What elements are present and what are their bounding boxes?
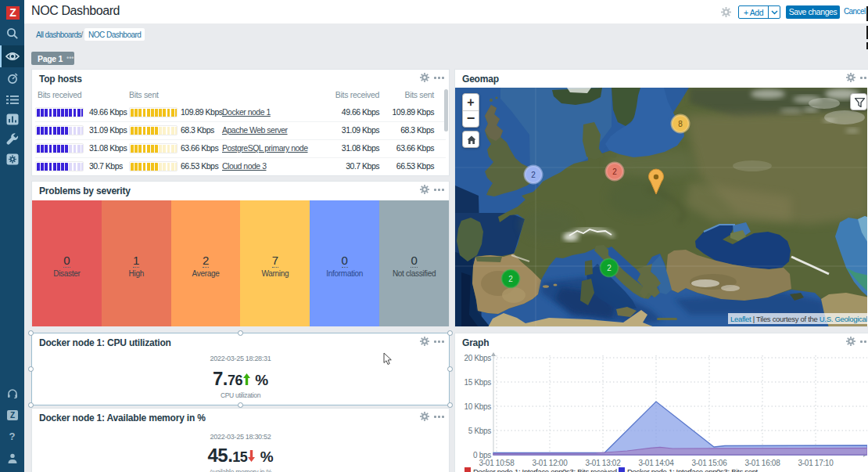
svg-text:10 Kbps: 10 Kbps (464, 402, 491, 411)
svg-text:3-01 12:00: 3-01 12:00 (533, 459, 569, 467)
svg-text:20 Kbps: 20 Kbps (464, 354, 491, 362)
svg-text:3-01 10:58: 3-01 10:58 (479, 459, 515, 467)
svg-text:2: 2 (612, 168, 617, 176)
svg-text:3-01 17:10: 3-01 17:10 (798, 459, 834, 467)
svg-text:3-01 14:04: 3-01 14:04 (639, 459, 675, 467)
svg-text:3-01 13:02: 3-01 13:02 (586, 459, 622, 467)
svg-text:5 Kbps: 5 Kbps (468, 427, 492, 435)
svg-text:Leaflet | Tiles courtesy of th: Leaflet | Tiles courtesy of the U.S. Geo… (730, 315, 867, 323)
svg-text:2: 2 (508, 275, 513, 283)
svg-text:8: 8 (678, 120, 683, 128)
svg-text:0 bps: 0 bps (473, 451, 491, 459)
svg-text:3-01 15:06: 3-01 15:06 (692, 459, 728, 467)
svg-text:2: 2 (607, 264, 612, 272)
svg-text:15 Kbps: 15 Kbps (464, 378, 491, 387)
svg-text:2: 2 (531, 171, 536, 179)
svg-text:3-01 16:08: 3-01 16:08 (745, 459, 781, 467)
